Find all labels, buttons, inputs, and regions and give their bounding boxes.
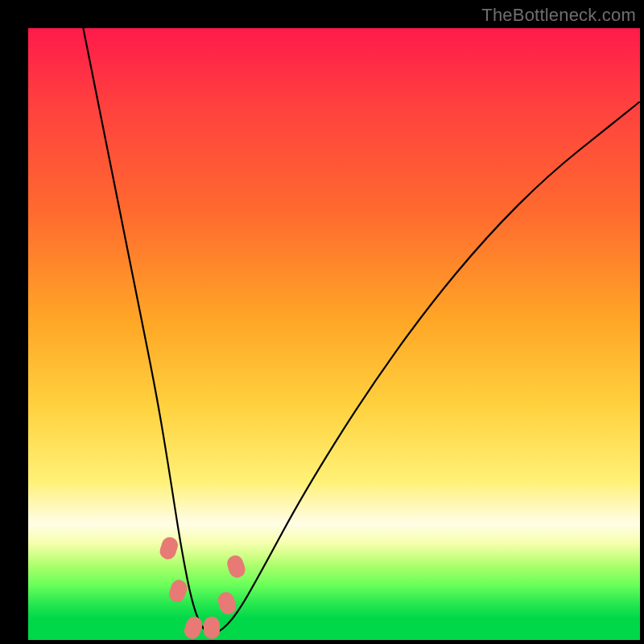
curve-marker xyxy=(167,578,189,605)
curve-marker xyxy=(158,535,180,562)
curve-marker xyxy=(204,617,220,639)
bottleneck-curve xyxy=(28,28,640,640)
chart-frame: TheBottleneck.com xyxy=(0,0,644,644)
chart-plot-area xyxy=(28,28,640,640)
watermark-text: TheBottleneck.com xyxy=(481,5,636,26)
curve-marker xyxy=(182,614,204,640)
curve-marker xyxy=(225,553,248,580)
curve-marker xyxy=(216,590,238,617)
